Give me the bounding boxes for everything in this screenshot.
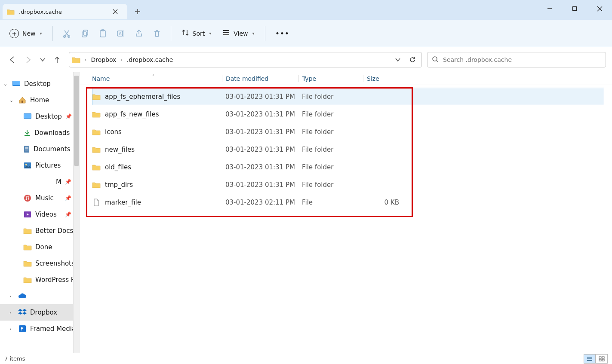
nav-label: Videos (35, 211, 57, 218)
nav-item-pictures[interactable]: Pictures (0, 157, 80, 174)
chevron-right-icon[interactable]: › (120, 57, 123, 63)
home-icon (18, 96, 27, 104)
search-icon (432, 56, 439, 64)
nav-buttons (6, 56, 64, 64)
address-bar[interactable]: › Dropbox › .dropbox.cache (69, 52, 422, 67)
file-row[interactable]: old_files 03-01-2023 01:31 PM File folde… (92, 158, 612, 176)
file-row[interactable]: app_fs_new_files 03-01-2023 01:31 PM Fil… (92, 105, 612, 123)
breadcrumb-item[interactable]: Dropbox (89, 55, 118, 65)
file-row[interactable]: new_files 03-01-2023 01:31 PM File folde… (92, 141, 612, 158)
column-type[interactable]: Type (298, 75, 363, 82)
window-tab[interactable]: .dropbox.cache (3, 4, 127, 19)
nav-item-downloads[interactable]: Downloads 📌 (0, 125, 80, 141)
minimize-button[interactable] (537, 0, 562, 17)
folder-icon (92, 110, 101, 118)
file-date: 03-01-2023 02:11 PM (222, 199, 298, 206)
back-button[interactable] (9, 56, 16, 64)
column-label: Date modified (226, 75, 268, 82)
nav-item-m[interactable]: M 📌 (0, 174, 80, 190)
nav-item-wordpress[interactable]: WordPress Pl (0, 272, 80, 288)
sort-icon (181, 29, 189, 38)
share-button[interactable] (131, 27, 147, 40)
monitor-icon (12, 80, 21, 88)
svg-rect-24 (599, 357, 601, 358)
column-size[interactable]: Size (363, 75, 403, 82)
nav-label: Dropbox (30, 309, 57, 316)
pin-icon: 📌 (65, 113, 72, 119)
file-date: 03-01-2023 01:31 PM (222, 110, 298, 118)
new-tab-button[interactable] (130, 4, 145, 19)
nav-item-documents[interactable]: Documents 📌 (0, 141, 80, 157)
address-dropdown-button[interactable] (391, 53, 404, 66)
icons-view-button[interactable] (596, 354, 608, 364)
folder-icon (23, 243, 32, 251)
details-view-button[interactable] (584, 354, 596, 364)
nav-item-framed[interactable]: › F Framed Media (0, 321, 80, 337)
paste-button[interactable] (95, 27, 111, 40)
item-count: 7 items (4, 355, 25, 362)
chevron-right-icon[interactable]: › (9, 310, 15, 315)
column-label: Name (92, 75, 110, 82)
view-button[interactable]: View ▾ (218, 26, 258, 40)
folder-icon (92, 128, 101, 136)
new-label: New (22, 30, 36, 37)
folder-icon (92, 146, 101, 153)
nav-item-home[interactable]: ⌄ Home (0, 92, 80, 108)
recent-button[interactable] (40, 57, 46, 63)
chevron-down-icon[interactable]: ⌄ (3, 81, 9, 87)
scrollbar-thumb[interactable] (74, 76, 79, 166)
more-button[interactable]: ••• (271, 28, 294, 40)
nav-item-desktop[interactable]: Desktop 📌 (0, 108, 80, 125)
up-button[interactable] (53, 56, 61, 64)
search-bar[interactable] (427, 52, 606, 67)
content-pane: Name ˄ Date modified Type Size app_fs_ep… (80, 72, 612, 353)
refresh-button[interactable] (406, 53, 419, 66)
nav-item-music[interactable]: Music 📌 (0, 190, 80, 206)
folder-icon (92, 163, 101, 171)
file-name: old_files (105, 163, 131, 171)
rename-button[interactable]: A (113, 27, 129, 40)
document-icon (23, 145, 30, 153)
file-date: 03-01-2023 01:31 PM (222, 146, 298, 153)
sort-button[interactable]: Sort ▾ (177, 26, 216, 40)
column-date[interactable]: Date modified (222, 75, 298, 82)
nav-item-dropbox[interactable]: › Dropbox (0, 304, 80, 321)
tab-close-button[interactable] (109, 6, 121, 18)
maximize-button[interactable] (562, 0, 587, 17)
search-input[interactable] (443, 56, 601, 63)
column-label: Type (302, 75, 316, 82)
nav-item-betterdocs[interactable]: Better Docs (0, 223, 80, 239)
scrollbar[interactable] (73, 72, 80, 353)
nav-label: Better Docs (35, 227, 73, 235)
cut-button[interactable] (59, 27, 74, 40)
nav-item-onedrive[interactable]: › (0, 288, 80, 304)
chevron-down-icon: ▾ (40, 31, 42, 36)
picture-icon (23, 162, 32, 169)
file-row[interactable]: icons 03-01-2023 01:31 PM File folder (92, 123, 612, 141)
chevron-down-icon[interactable]: ⌄ (9, 98, 15, 103)
pin-icon: 📌 (65, 179, 71, 185)
nav-item-screenshots[interactable]: Screenshots (0, 255, 80, 272)
breadcrumb-item[interactable]: .dropbox.cache (125, 55, 175, 65)
music-icon (23, 194, 32, 202)
svg-text:A: A (119, 31, 122, 36)
file-row[interactable]: marker_file 03-01-2023 02:11 PM File 0 K… (92, 193, 612, 211)
copy-button[interactable] (77, 27, 92, 40)
chevron-right-icon[interactable]: › (84, 57, 87, 63)
close-button[interactable] (587, 0, 612, 17)
chevron-right-icon[interactable]: › (9, 294, 15, 299)
file-row[interactable]: app_fs_ephemeral_files 03-01-2023 01:31 … (92, 88, 604, 105)
forward-button[interactable] (24, 56, 32, 64)
column-name[interactable]: Name ˄ (92, 75, 222, 82)
nav-item-videos[interactable]: Videos 📌 (0, 206, 80, 223)
file-row[interactable]: tmp_dirs 03-01-2023 01:31 PM File folder (92, 176, 612, 193)
folder-icon (72, 56, 80, 63)
nav-label: Desktop (24, 80, 51, 88)
view-label: View (234, 30, 248, 37)
nav-item-done[interactable]: Done (0, 239, 80, 255)
delete-button[interactable] (149, 27, 165, 40)
new-button[interactable]: + New ▾ (5, 26, 46, 41)
chevron-right-icon[interactable]: › (9, 326, 15, 332)
nav-item-desktop-root[interactable]: ⌄ Desktop (0, 76, 80, 92)
file-name: app_fs_ephemeral_files (105, 93, 180, 101)
